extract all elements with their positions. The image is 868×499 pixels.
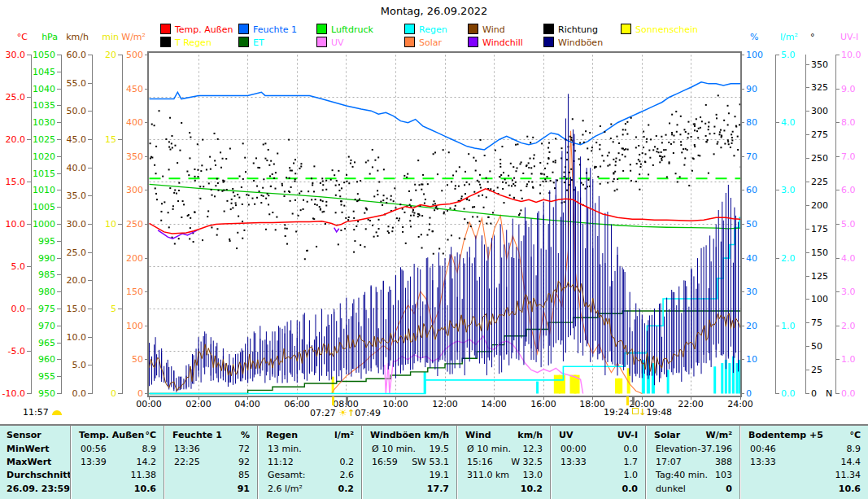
- table-cell-time: 13:36: [174, 443, 200, 455]
- table-row: 0.0: [551, 483, 646, 495]
- table-cell-value: 91: [238, 483, 250, 495]
- legend-swatch-icon: [316, 24, 327, 34]
- x-tick-mark: [247, 396, 248, 400]
- axis-tick-label: 5: [81, 304, 116, 313]
- legend-item-luftdruck: Luftdruck: [316, 24, 373, 34]
- x-tick-label: 10:00: [377, 399, 413, 409]
- table-cell-value: 1.7: [624, 456, 639, 468]
- axis-tick-label: 0.0: [841, 389, 868, 398]
- legend-item-et: ET: [238, 37, 264, 47]
- table-cell-time: 311.0 km: [467, 469, 509, 481]
- legend-swatch-icon: [238, 24, 249, 34]
- axis-tick: [27, 97, 31, 98]
- table-cell-time: 17:07: [656, 456, 682, 468]
- table-cell-value: 11.38: [131, 469, 157, 481]
- legend-item-richtung: Richtung: [543, 24, 598, 34]
- table-row: 91: [164, 483, 258, 495]
- weather-day-chart-window: Montag, 26.09.2022 Temp. AußenFeuchte 1L…: [0, 0, 868, 499]
- legend-item-t-regen: T Regen: [160, 37, 212, 47]
- axis-tick: [835, 258, 840, 259]
- axis-tick: [88, 111, 92, 112]
- table-group-temp-au-en: Temp. Außen°C00:568.913:3914.211.3810.6: [70, 426, 164, 499]
- table-group-header: Feuchte 1%: [164, 429, 258, 441]
- axis-tick: [835, 291, 840, 292]
- axis-tick-label: 200: [811, 201, 847, 210]
- axis-tick-label: 50: [811, 342, 847, 351]
- axis-tick: [805, 346, 809, 347]
- axis-tick-label: 10.0: [50, 333, 86, 342]
- table-row-label: MaxWert: [7, 456, 51, 468]
- x-tick-label: 02:00: [181, 399, 216, 409]
- axis-tick: [57, 291, 61, 292]
- table-cell-value: 103: [715, 469, 732, 481]
- axis-tick: [775, 122, 779, 123]
- x-tick-label: 04:00: [229, 399, 265, 409]
- axis-tick: [805, 111, 809, 112]
- legend-item-windchill: Windchill: [468, 37, 523, 47]
- axis-tick: [835, 122, 840, 123]
- table-row: 10.2: [457, 483, 551, 495]
- x-tick-mark: [740, 396, 741, 400]
- table-row: 11.38: [71, 469, 164, 481]
- axis-tick-label: 90: [746, 85, 782, 94]
- axis-tick-label: 5.0: [781, 50, 817, 59]
- legend-label: Wind: [482, 24, 505, 35]
- legend-item-temp-au-en: Temp. Außen: [160, 24, 233, 34]
- legend-label: Solar: [419, 37, 442, 48]
- table-row: 00:468.9: [740, 443, 868, 455]
- axis-tick: [835, 224, 840, 225]
- axis-tick: [57, 207, 61, 208]
- table-group-header: Windkm/h: [457, 429, 551, 441]
- axis-tick: [57, 343, 61, 344]
- axis-tick: [835, 89, 840, 90]
- legend-item-uv: UV: [316, 37, 344, 47]
- table-group-title: Feuchte 1: [172, 429, 222, 441]
- legend-label: Windchill: [482, 37, 523, 48]
- table-cell-time: Ø 10 min.: [372, 443, 416, 455]
- table-group-unit: °C: [145, 429, 156, 441]
- table-cell-value: 14.4: [841, 456, 861, 468]
- table-cell-value: 8.9: [847, 443, 861, 455]
- axis-tick: [775, 55, 779, 55]
- legend-swatch-icon: [621, 24, 631, 34]
- table-cell-value: 14.2: [137, 456, 157, 468]
- legend-label: Windböen: [558, 37, 603, 48]
- x-tick-label: 00:00: [131, 399, 167, 409]
- axis-tick-label: 4.0: [781, 118, 817, 127]
- table-cell-value: SW 53.1: [412, 456, 449, 468]
- legend-label: Richtung: [558, 24, 598, 35]
- legend-swatch-icon: [238, 37, 249, 47]
- x-tick-label: 12:00: [427, 399, 463, 409]
- axis-tick: [57, 326, 61, 326]
- axis-tick-label: 200: [107, 254, 143, 263]
- table-cell-time: 00:46: [750, 443, 776, 455]
- axis-tick-label: 955: [20, 372, 55, 381]
- table-row: 15:16W 32.5: [457, 456, 551, 468]
- table-cell-value: 17.7: [427, 483, 449, 495]
- axis-tick-label: 1030: [20, 118, 55, 127]
- sunset-start-time: 19:24: [604, 407, 630, 418]
- table-cell-value: 72: [238, 443, 250, 455]
- axis-tick-label: 500: [107, 50, 143, 59]
- table-group-header: Windböenkm/h: [362, 429, 457, 441]
- table-cell-time: 15:16: [467, 456, 493, 468]
- axis-tick-label: 4.0: [841, 254, 868, 263]
- table-row: 17:07388: [646, 456, 740, 468]
- table-row: MaxWert: [0, 456, 70, 468]
- sunset-end-time: 19:48: [646, 407, 672, 418]
- table-group-title: Solar: [654, 429, 680, 441]
- axis-tick-label: 50: [746, 220, 782, 229]
- table-cell-value: -37.196: [698, 443, 732, 455]
- axis-tick-label: 150: [107, 287, 143, 296]
- table-cell-value: 19.5: [430, 443, 450, 455]
- table-row: 311.0 km13.0: [457, 469, 551, 481]
- table-group-unit: km/h: [424, 429, 449, 441]
- legend-swatch-icon: [160, 37, 171, 47]
- table-cell-time: 00:00: [560, 443, 587, 455]
- table-group-solar: SolarW/m²Elevation-37.19617:07388Tag:40 …: [645, 426, 740, 499]
- sunrise-start-time: 07:27: [310, 408, 336, 418]
- legend-swatch-icon: [404, 24, 415, 34]
- axis-tick-label: 50.0: [50, 107, 86, 116]
- table-group-title: Temp. Außen: [79, 429, 144, 441]
- table-cell-time: Ø 10 min.: [467, 443, 511, 455]
